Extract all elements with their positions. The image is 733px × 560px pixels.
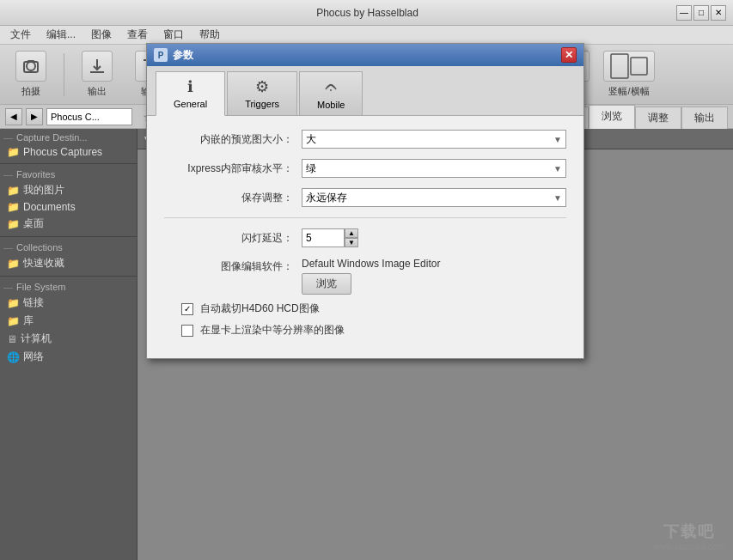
title-bar: Phocus by Hasselblad — □ ✕ (0, 0, 733, 26)
menu-image[interactable]: 图像 (84, 26, 119, 44)
folder-icon-quick: 📁 (7, 258, 20, 270)
dialog-content: 内嵌的预览图大小： 大 ▼ Ixpress内部审核水平： 绿 ▼ 保存调整： (147, 116, 583, 358)
ixpress-label: Ixpress内部审核水平： (164, 161, 302, 176)
checkbox2-row: 在显卡上渲染中等分辨率的图像 (164, 323, 566, 338)
sidebar-item-desktop[interactable]: 📁 桌面 (0, 215, 137, 233)
save-adjust-control: 永远保存 ▼ (302, 188, 566, 207)
flash-delay-control: 5 ▲ ▼ (302, 228, 566, 247)
dialog-close-button[interactable]: ✕ (561, 47, 577, 63)
sidebar-item-quick[interactable]: 📁 快速收藏 (0, 254, 137, 272)
sidebar-item-documents[interactable]: 📁 Documents (0, 199, 137, 215)
mobile-tab-label: Mobile (317, 100, 345, 110)
ixpress-row: Ixpress内部审核水平： 绿 ▼ (164, 159, 566, 178)
svg-rect-23 (611, 54, 628, 78)
network-icon: 🌐 (7, 351, 20, 363)
save-adjust-value: 永远保存 (306, 191, 347, 205)
preview-size-arrow: ▼ (553, 135, 562, 144)
mobile-tab-icon (323, 77, 339, 97)
flash-delay-value: 5 (306, 232, 312, 244)
checkbox1[interactable]: ✓ (181, 303, 193, 315)
capture-dest-label: Capture Destin... (16, 132, 88, 143)
toolbar-capture[interactable]: 拍摄 (7, 49, 55, 100)
quick-label: 快速收藏 (23, 256, 64, 271)
tab-output[interactable]: 输出 (681, 107, 728, 129)
editor-row: 图像编辑软件： Default Windows Image Editor 浏览 (164, 258, 566, 295)
save-adjust-label: 保存调整： (164, 191, 302, 205)
nav-forward[interactable]: ▶ (26, 108, 43, 125)
svg-point-25 (330, 89, 332, 91)
folder-icon-captures: 📁 (7, 146, 20, 158)
filesystem-label: File System (16, 282, 65, 292)
dialog-tabs: ℹ General ⚙ Triggers Mobile (147, 66, 583, 116)
spinner-down[interactable]: ▼ (345, 238, 358, 247)
sidebar-item-pictures[interactable]: 📁 我的图片 (0, 181, 137, 199)
preview-size-label: 内嵌的预览图大小： (164, 132, 302, 147)
browse-button[interactable]: 浏览 (302, 273, 351, 295)
library-label: 库 (23, 313, 34, 328)
sidebar-section-collections: — Collections 📁 快速收藏 (0, 239, 137, 274)
toolbar-output[interactable]: 输出 (73, 49, 121, 100)
sidebar-header-filesystem: — File System (0, 280, 137, 294)
sidebar-header-favorites: — Favorites (0, 167, 137, 181)
collections-label: Collections (16, 242, 63, 253)
sidebar-section-capture: — Capture Destin... 📁 Phocus Captures (0, 129, 137, 161)
flash-delay-label: 闪灯延迟： (164, 231, 302, 246)
folder-icon-pictures: 📁 (7, 185, 20, 197)
ixpress-arrow: ▼ (553, 164, 562, 173)
folder-icon-link: 📁 (7, 297, 20, 309)
ixpress-control: 绿 ▼ (302, 159, 566, 178)
output-icon (82, 51, 113, 82)
ixpress-select[interactable]: 绿 ▼ (302, 159, 566, 178)
flash-delay-row: 闪灯延迟： 5 ▲ ▼ (164, 228, 566, 247)
maximize-button[interactable]: □ (693, 5, 709, 21)
sidebar-item-computer[interactable]: 🖥 计算机 (0, 330, 137, 348)
sidebar-item-link[interactable]: 📁 链接 (0, 294, 137, 312)
dialog-tab-general[interactable]: ℹ General (156, 71, 225, 116)
preview-size-select[interactable]: 大 ▼ (302, 130, 566, 149)
sidebar-item-network[interactable]: 🌐 网络 (0, 348, 137, 366)
dialog-tab-mobile[interactable]: Mobile (299, 71, 363, 115)
flash-delay-input[interactable]: 5 (302, 228, 345, 247)
spinner-up[interactable]: ▲ (345, 228, 358, 238)
documents-label: Documents (23, 201, 76, 213)
nav-back[interactable]: ◀ (5, 108, 22, 125)
minimize-button[interactable]: — (676, 5, 692, 21)
menu-help[interactable]: 帮助 (192, 26, 227, 44)
window-controls[interactable]: — □ ✕ (676, 5, 726, 21)
folder-icon-documents: 📁 (7, 201, 20, 213)
tab-adjust[interactable]: 调整 (635, 107, 681, 129)
menu-view[interactable]: 查看 (120, 26, 155, 44)
dialog-tab-triggers[interactable]: ⚙ Triggers (227, 71, 297, 115)
menu-edit[interactable]: 编辑... (40, 26, 82, 44)
svg-rect-2 (27, 60, 34, 63)
spinner-buttons: ▲ ▼ (345, 228, 358, 247)
computer-label: 计算机 (21, 332, 52, 346)
folder-icon-desktop: 📁 (7, 218, 20, 230)
checkbox1-label: 自动裁切H4D60 HCD图像 (200, 301, 320, 316)
svg-rect-3 (90, 71, 104, 73)
link-label: 链接 (23, 295, 44, 310)
sidebar-item-library[interactable]: 📁 库 (0, 312, 137, 330)
sidebar-section-favorites: — Favorites 📁 我的图片 📁 Documents 📁 桌面 (0, 166, 137, 234)
preview-size-value: 大 (306, 132, 316, 147)
checkbox1-row: ✓ 自动裁切H4D60 HCD图像 (164, 301, 566, 316)
favorites-label: Favorites (16, 169, 55, 180)
menu-window[interactable]: 窗口 (156, 26, 191, 44)
sidebar-header-capture: — Capture Destin... (0, 131, 137, 144)
checkbox2[interactable] (181, 325, 193, 337)
save-adjust-select[interactable]: 永远保存 ▼ (302, 188, 566, 207)
flash-delay-spinner: 5 ▲ ▼ (302, 228, 566, 247)
tab-browse[interactable]: 浏览 (589, 105, 635, 129)
output-label: 输出 (88, 85, 107, 98)
toolbar-orientation[interactable]: 竖幅/横幅 (599, 49, 659, 100)
general-tab-label: General (174, 99, 207, 109)
save-adjust-row: 保存调整： 永远保存 ▼ (164, 188, 566, 207)
svg-rect-24 (631, 58, 647, 75)
close-button[interactable]: ✕ (711, 5, 726, 21)
menu-bar: 文件 编辑... 图像 查看 窗口 帮助 (0, 26, 733, 45)
sidebar: — Capture Destin... 📁 Phocus Captures — … (0, 129, 137, 560)
phocus-captures-label: Phocus Captures (23, 146, 102, 158)
menu-file[interactable]: 文件 (3, 26, 38, 44)
triggers-tab-label: Triggers (245, 99, 279, 109)
sidebar-item-phocus-captures[interactable]: 📁 Phocus Captures (0, 144, 137, 160)
